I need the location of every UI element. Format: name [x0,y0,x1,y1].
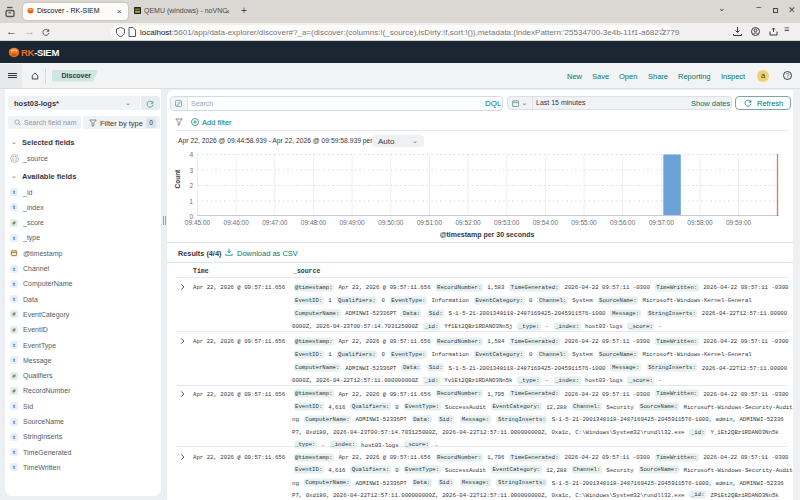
svg-text:{}: {} [12,156,18,161]
